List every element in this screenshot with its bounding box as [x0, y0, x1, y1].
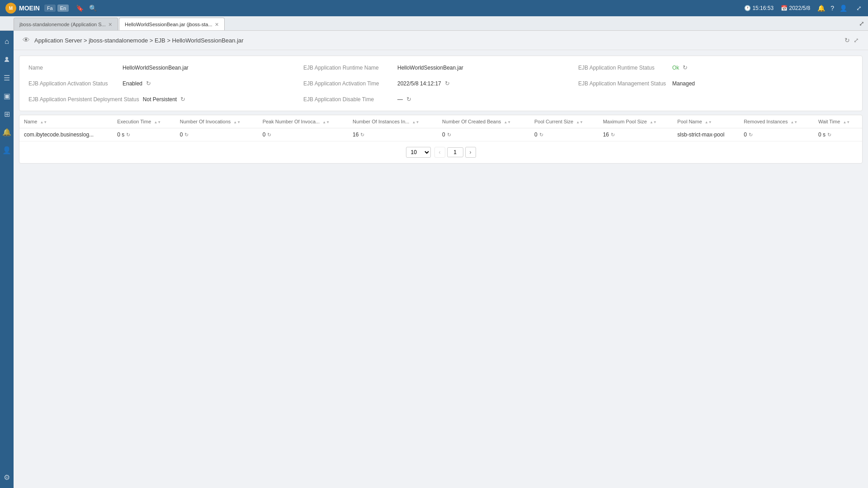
info-row-management-status: EJB Application Management Status Manage…	[578, 78, 853, 89]
col-removed-instances[interactable]: Removed Instances ▲▼	[739, 115, 814, 128]
sort-icon-pool-current-size: ▲▼	[576, 121, 583, 124]
col-num-instances[interactable]: Number Of Instances In... ▲▼	[348, 115, 438, 128]
lang-en-button[interactable]: En	[57, 5, 69, 12]
cell-num-invocations: 0 ↻	[175, 128, 258, 141]
cell-refresh-num-invocations[interactable]: ↻	[184, 132, 189, 138]
sidebar-item-monitor[interactable]: ▣	[0, 89, 13, 102]
info-label-persistent-status: EJB Application Persistent Deployment St…	[28, 96, 139, 103]
sidebar-item-users[interactable]	[0, 53, 13, 66]
page-size-select[interactable]: 10 20 50 100	[406, 147, 431, 158]
ejb-table: Name ▲▼ Execution Time ▲▼ Number Of Invo…	[19, 115, 862, 141]
page-nav: ‹ ›	[434, 147, 476, 158]
cell-peak-invocations: 0 ↻	[258, 128, 348, 141]
sort-icon-num-invocations: ▲▼	[233, 121, 241, 124]
col-execution-time[interactable]: Execution Time ▲▼	[113, 115, 175, 128]
tab-close-icon[interactable]: ×	[215, 21, 219, 28]
activation-status-refresh-icon[interactable]: ↻	[146, 80, 151, 87]
page-number-input[interactable]	[447, 147, 463, 157]
col-pool-name[interactable]: Pool Name ▲▼	[673, 115, 739, 128]
sidebar: ⌂ ☰ ▣ ⊞ 🔔 👤 ⚙	[0, 31, 14, 488]
sidebar-item-home[interactable]: ⌂	[0, 35, 13, 48]
cell-name: com.ibytecode.businesslog...	[19, 128, 113, 141]
topbar-right-icons: 🔔 ? 👤	[817, 5, 847, 12]
search-icon[interactable]: 🔍	[88, 4, 98, 13]
topbar: M MOEIN Fa En 🔖 🔍 🕐 15:16:53 📅 2022/5/8 …	[0, 0, 868, 16]
info-label-management-status: EJB Application Management Status	[578, 80, 669, 87]
info-empty-cell	[578, 94, 853, 104]
info-value-management-status: Managed	[672, 80, 695, 87]
tab-helloworldsessionbean[interactable]: HelloWorldSessionBean.jar (jboss-sta... …	[119, 18, 225, 30]
col-pool-current-size[interactable]: Pool Current Size ▲▼	[530, 115, 599, 128]
breadcrumb-eye-icon: 👁	[23, 36, 30, 44]
language-switcher: Fa En	[44, 5, 69, 12]
sort-icon-num-instances: ▲▼	[412, 121, 419, 124]
tabs-bar: jboss-standalonemode (Application S... ×…	[0, 16, 868, 31]
cell-refresh-execution-time[interactable]: ↻	[126, 132, 130, 138]
cell-removed-instances: 0 ↻	[739, 128, 814, 141]
cell-refresh-removed-instances[interactable]: ↻	[749, 132, 753, 138]
cell-refresh-max-pool-size[interactable]: ↻	[611, 132, 615, 138]
cell-execution-time: 0 s ↻	[113, 128, 175, 141]
cell-max-pool-size: 16 ↻	[599, 128, 673, 141]
tab-jboss-standalonemode[interactable]: jboss-standalonemode (Application S... ×	[14, 18, 118, 30]
cell-pool-current-size: 0 ↻	[530, 128, 599, 141]
logo-icon: M	[5, 3, 16, 14]
disable-time-refresh-icon[interactable]: ↻	[406, 96, 411, 103]
tab-expand-icon[interactable]: ⤢	[859, 20, 864, 27]
info-value-persistent-status: Not Persistent	[143, 96, 177, 103]
notifications-bell-icon[interactable]: 🔔	[817, 5, 825, 12]
expand-icon[interactable]: ⤢	[855, 4, 863, 13]
breadcrumb-row: 👁 Application Server > jboss-standalonem…	[14, 31, 868, 50]
cell-refresh-wait-time[interactable]: ↻	[827, 132, 831, 138]
time-display: 🕐 15:16:53	[744, 5, 774, 11]
cell-refresh-num-instances[interactable]: ↻	[360, 132, 364, 138]
activation-time-refresh-icon[interactable]: ↻	[445, 80, 450, 87]
logo-text: MOEIN	[19, 5, 40, 12]
prev-page-button[interactable]: ‹	[434, 147, 445, 158]
cell-refresh-pool-current-size[interactable]: ↻	[539, 132, 543, 138]
bookmark-icon[interactable]: 🔖	[75, 4, 85, 13]
lang-fa-button[interactable]: Fa	[44, 5, 56, 12]
info-label-name: Name	[28, 65, 119, 71]
col-max-pool-size[interactable]: Maximum Pool Size ▲▼	[599, 115, 673, 128]
breadcrumb-refresh-icon[interactable]: ↻	[844, 37, 850, 44]
sidebar-item-settings[interactable]: ⚙	[0, 471, 13, 483]
sort-icon-pool-name: ▲▼	[705, 121, 712, 124]
sort-icon-wait-time: ▲▼	[843, 121, 850, 124]
main-content: 👁 Application Server > jboss-standalonem…	[14, 31, 868, 488]
info-label-disable-time: EJB Application Disable Time	[303, 96, 394, 103]
sort-icon-num-created-beans: ▲▼	[504, 121, 511, 124]
info-value-name: HelloWorldSessionBean.jar	[123, 65, 189, 71]
info-grid: Name HelloWorldSessionBean.jar EJB Appli…	[28, 62, 853, 104]
info-value-disable-time: —	[397, 96, 403, 103]
runtime-status-refresh-icon[interactable]: ↻	[683, 64, 688, 71]
sidebar-item-notifications[interactable]: 🔔	[0, 126, 13, 138]
tab-close-icon[interactable]: ×	[108, 21, 112, 28]
col-peak-invocations[interactable]: Peak Number Of Invoca... ▲▼	[258, 115, 348, 128]
user-avatar-icon[interactable]: 👤	[840, 5, 847, 12]
persistent-status-refresh-icon[interactable]: ↻	[180, 96, 185, 103]
breadcrumb-expand-icon[interactable]: ⤢	[854, 37, 859, 44]
info-row-activation-status: EJB Application Activation Status Enable…	[28, 78, 303, 89]
cell-num-instances: 16 ↻	[348, 128, 438, 141]
col-name[interactable]: Name ▲▼	[19, 115, 113, 128]
tab-label: HelloWorldSessionBean.jar (jboss-sta...	[125, 22, 212, 27]
sort-icon-execution-time: ▲▼	[154, 121, 161, 124]
sidebar-item-list[interactable]: ☰	[0, 71, 13, 84]
help-icon[interactable]: ?	[830, 5, 834, 12]
sort-icon-name: ▲▼	[40, 121, 47, 124]
col-num-invocations[interactable]: Number Of Invocations ▲▼	[175, 115, 258, 128]
cell-refresh-peak-invocations[interactable]: ↻	[267, 132, 271, 138]
next-page-button[interactable]: ›	[465, 147, 476, 158]
info-label-activation-time: EJB Application Activation Time	[303, 80, 394, 87]
sidebar-item-person[interactable]: 👤	[0, 144, 13, 156]
info-row-name: Name HelloWorldSessionBean.jar	[28, 62, 303, 73]
breadcrumb: Application Server > jboss-standalonemod…	[34, 37, 244, 44]
sidebar-item-apps[interactable]: ⊞	[0, 108, 13, 120]
tab-label: jboss-standalonemode (Application S...	[19, 22, 106, 27]
cell-refresh-num-created-beans[interactable]: ↻	[447, 132, 451, 138]
col-wait-time[interactable]: Wait Time ▲▼	[814, 115, 862, 128]
info-row-activation-time: EJB Application Activation Time 2022/5/8…	[303, 78, 578, 89]
topbar-right: 🕐 15:16:53 📅 2022/5/8 🔔 ? 👤	[744, 5, 847, 12]
col-num-created-beans[interactable]: Number Of Created Beans ▲▼	[438, 115, 530, 128]
